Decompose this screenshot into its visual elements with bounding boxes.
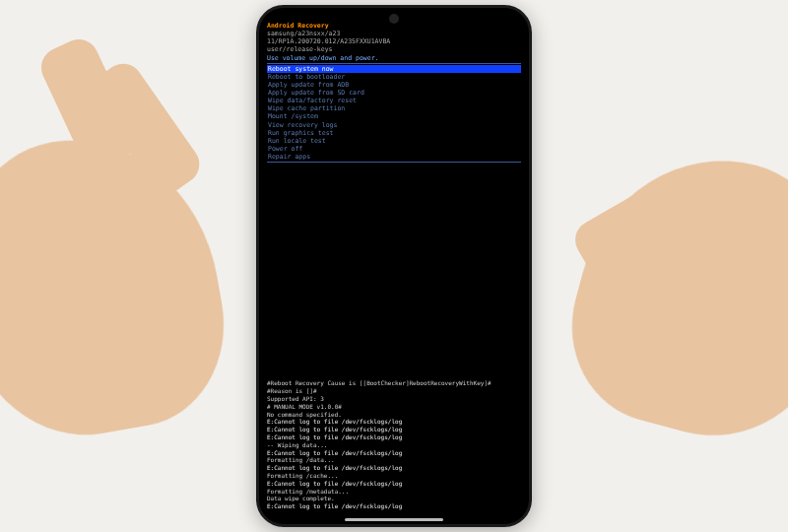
log-error: E:Cannot log to file /dev/fscklogs/log — [267, 426, 521, 433]
navigation-handle — [345, 518, 443, 521]
build-info: 11/RP1A.200720.012/A235FXXU1AVBA — [267, 37, 521, 45]
log-line: #Reboot Recovery Cause is [[BootChecker]… — [267, 379, 521, 387]
menu-item-reboot-bootloader[interactable]: Reboot to bootloader — [267, 73, 521, 81]
phone-frame: Android Recovery samsung/a23nsxx/a23 11/… — [256, 5, 532, 527]
log-error: E:Cannot log to file /dev/fscklogs/log — [267, 433, 521, 441]
nav-instruction: Use volume up/down and power. — [267, 54, 521, 62]
menu-item-wipe-data[interactable]: Wipe data/factory reset — [267, 97, 521, 104]
recovery-header: Android Recovery samsung/a23nsxx/a23 11/… — [267, 22, 521, 62]
log-error: E:Cannot log to file /dev/fscklogs/log — [267, 418, 521, 426]
log-line: Formatting /cache... — [267, 472, 521, 480]
menu-item-locale-test[interactable]: Run locale test — [267, 137, 521, 145]
log-error: E:Cannot log to file /dev/fscklogs/log — [267, 480, 521, 488]
keys-info: user/release-keys — [267, 45, 521, 53]
divider — [267, 162, 521, 163]
log-line: Data wipe complete. — [267, 495, 521, 502]
log-line: Formatting /data... — [267, 456, 521, 464]
log-line: #Reason is []# — [267, 387, 521, 395]
menu-item-update-sd[interactable]: Apply update from SD card — [267, 89, 521, 97]
log-line: Formatting /metadata... — [267, 488, 521, 496]
menu-item-mount-system[interactable]: Mount /system — [267, 112, 521, 120]
recovery-log: #Reboot Recovery Cause is [[BootChecker]… — [267, 379, 521, 510]
menu-item-reboot-system[interactable]: Reboot system now — [267, 65, 521, 73]
log-error: E:Cannot log to file /dev/fscklogs/log — [267, 449, 521, 457]
log-line: # MANUAL MODE v1.0.0# — [267, 403, 521, 411]
camera-notch — [389, 14, 399, 24]
menu-item-repair-apps[interactable]: Repair apps — [267, 153, 521, 161]
log-error: E:Cannot log to file /dev/fscklogs/log — [267, 464, 521, 472]
divider — [267, 63, 521, 64]
menu-item-graphics-test[interactable]: Run graphics test — [267, 129, 521, 137]
menu-item-view-logs[interactable]: View recovery logs — [267, 121, 521, 129]
menu-item-power-off[interactable]: Power off — [267, 145, 521, 153]
log-line: -- Wiping data... — [267, 441, 521, 449]
left-hand — [0, 118, 240, 454]
recovery-screen: Android Recovery samsung/a23nsxx/a23 11/… — [267, 22, 521, 514]
recovery-menu: Reboot system now Reboot to bootloader A… — [267, 65, 521, 162]
menu-item-update-adb[interactable]: Apply update from ADB — [267, 81, 521, 89]
menu-item-wipe-cache[interactable]: Wipe cache partition — [267, 104, 521, 112]
log-line: No command specified. — [267, 411, 521, 419]
log-error: E:Cannot log to file /dev/fscklogs/log — [267, 502, 521, 510]
device-info: samsung/a23nsxx/a23 — [267, 30, 521, 37]
log-line: Supported API: 3 — [267, 395, 521, 403]
